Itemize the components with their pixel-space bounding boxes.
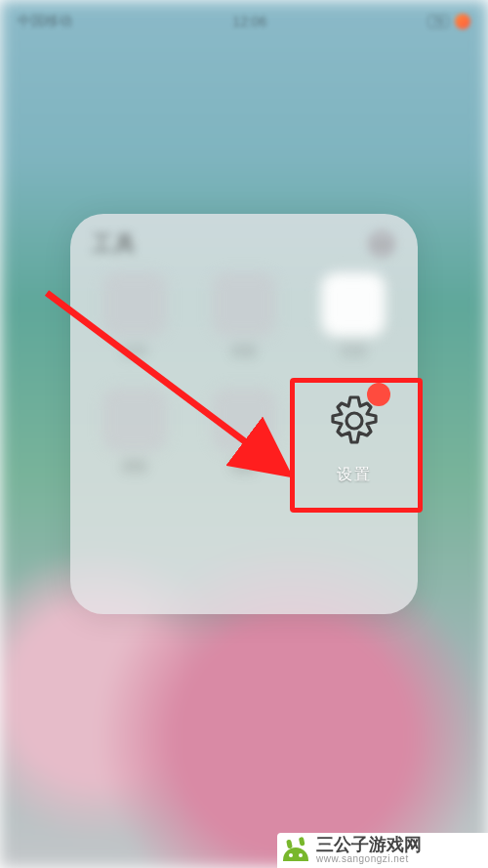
notes-icon	[102, 388, 167, 452]
app-tile[interactable]: 录音	[193, 272, 295, 378]
clock-label: 12:06	[232, 14, 266, 29]
app-label: 互传	[341, 343, 366, 360]
app-tile[interactable]: 文件	[84, 272, 185, 378]
app-tile[interactable]: 相册	[193, 388, 295, 493]
files-icon	[102, 272, 167, 337]
app-label: 录音	[231, 343, 257, 360]
app-label: 设置	[337, 465, 372, 485]
app-label: 文件	[122, 343, 147, 360]
app-tile-settings[interactable]: 设置	[303, 389, 406, 494]
svg-point-0	[346, 413, 362, 429]
app-tile[interactable]: 便签	[84, 388, 185, 493]
watermark-logo-icon	[283, 840, 308, 861]
app-tile[interactable]: 互传	[303, 272, 404, 378]
folder-more-button[interactable]: ⋯	[367, 229, 396, 259]
app-label: 相册	[231, 458, 257, 475]
notification-badge-icon	[367, 383, 390, 406]
watermark: 三公子游戏网 www.sangongzi.net	[277, 833, 488, 868]
profile-dot-icon	[455, 14, 470, 29]
carrier-label: 中国移动	[18, 13, 72, 30]
transfer-icon	[321, 272, 386, 337]
battery-label: 78	[427, 15, 449, 28]
gallery-icon	[212, 388, 276, 452]
recorder-icon	[212, 272, 276, 337]
watermark-domain: www.sangongzi.net	[316, 854, 422, 865]
folder-title: 工具	[92, 229, 137, 259]
status-bar: 中国移动 12:06 78	[0, 6, 488, 37]
app-label: 便签	[122, 458, 147, 475]
more-icon: ⋯	[373, 233, 390, 255]
watermark-text: 三公子游戏网	[316, 836, 422, 854]
